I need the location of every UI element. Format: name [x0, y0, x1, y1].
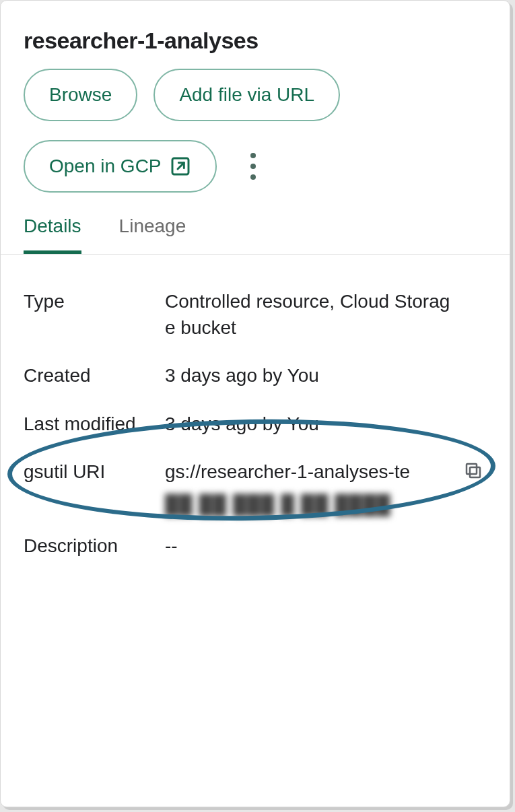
row-modified: Last modified 3 days ago by You — [24, 400, 487, 448]
label-created: Created — [24, 362, 165, 388]
copy-uri-button[interactable] — [460, 457, 487, 484]
browse-button-label: Browse — [49, 84, 112, 106]
gsutil-uri-redacted: ██ ██ ███ █ ██ ████ — [165, 492, 391, 508]
open-in-gcp-label: Open in GCP — [49, 156, 162, 177]
label-type: Type — [24, 288, 165, 314]
resource-panel: researcher-1-analyses Browse Add file vi… — [0, 0, 510, 807]
details-section: Type Controlled resource, Cloud Storage … — [1, 255, 510, 570]
label-gsutil-uri: gsutil URI — [24, 459, 165, 485]
row-created: Created 3 days ago by You — [24, 351, 487, 399]
action-bar: Browse Add file via URL — [1, 69, 510, 128]
row-gsutil-uri: gsutil URI gs://researcher-1-analyses-te… — [24, 448, 487, 522]
copy-icon — [463, 461, 483, 481]
external-link-icon — [170, 156, 191, 177]
gsutil-uri-text: gs://researcher-1-analyses-te — [165, 461, 410, 482]
value-modified: 3 days ago by You — [165, 411, 487, 437]
action-bar-row2: Open in GCP — [1, 128, 510, 199]
svg-rect-4 — [470, 467, 480, 477]
svg-point-3 — [250, 174, 256, 180]
browse-button[interactable]: Browse — [24, 69, 137, 121]
label-description: Description — [24, 533, 165, 559]
svg-point-2 — [250, 164, 256, 169]
tab-details[interactable]: Details — [24, 215, 81, 254]
svg-rect-5 — [467, 464, 477, 474]
value-created: 3 days ago by You — [165, 362, 487, 388]
add-file-via-url-label: Add file via URL — [179, 84, 314, 106]
open-in-gcp-button[interactable]: Open in GCP — [24, 140, 217, 193]
row-type: Type Controlled resource, Cloud Storage … — [24, 277, 487, 351]
kebab-icon — [250, 151, 256, 181]
value-gsutil-uri: gs://researcher-1-analyses-te ██ ██ ███ … — [165, 459, 487, 511]
resource-title: researcher-1-analyses — [1, 1, 510, 69]
more-actions-button[interactable] — [238, 146, 268, 187]
value-description: -- — [165, 533, 487, 559]
label-modified: Last modified — [24, 411, 165, 437]
tab-lineage[interactable]: Lineage — [119, 215, 186, 254]
tab-bar: Details Lineage — [1, 199, 510, 255]
svg-point-1 — [250, 153, 256, 158]
add-file-via-url-button[interactable]: Add file via URL — [153, 69, 340, 121]
row-description: Description -- — [24, 522, 487, 570]
value-type: Controlled resource, Cloud Storage bucke… — [165, 288, 487, 341]
